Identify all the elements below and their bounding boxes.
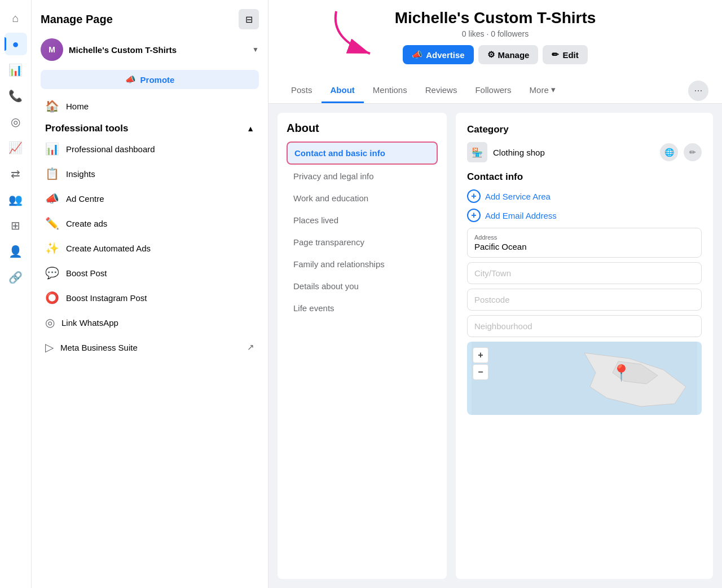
about-nav-family[interactable]: Family and relationships (287, 254, 438, 275)
target-icon[interactable]: ◎ (5, 110, 27, 133)
sidebar-item-professional-dashboard[interactable]: 📊 Professional dashboard (41, 136, 259, 161)
add-service-area-icon: + (467, 189, 481, 203)
advertise-button[interactable]: 📣 Advertise (403, 45, 473, 64)
postcode-placeholder: Postcode (474, 295, 694, 304)
link-icon[interactable]: 🔗 (5, 266, 27, 289)
dropdown-arrow-icon: ▼ (252, 46, 259, 54)
tab-posts[interactable]: Posts (282, 78, 322, 103)
about-nav-places[interactable]: Places lived (287, 210, 438, 231)
nav-tabs-wrapper: Posts About Mentions Reviews Followers M… (282, 78, 708, 103)
chart-icon[interactable]: 📊 (5, 59, 27, 81)
tab-more[interactable]: More ▾ (521, 78, 565, 103)
about-nav-details[interactable]: Details about you (287, 276, 438, 297)
boost-post-icon: 💬 (45, 266, 59, 280)
page-selector[interactable]: M Michelle's Custom T-Shirts ▼ (41, 38, 259, 61)
category-globe-button[interactable]: 🌐 (660, 143, 678, 161)
add-email-icon: + (467, 209, 481, 222)
nav-tabs: Posts About Mentions Reviews Followers M… (282, 78, 565, 103)
group-icon[interactable]: 👤 (5, 240, 27, 263)
sidebar-item-create-automated-ads-label: Create Automated Ads (66, 244, 151, 253)
main-content: Michelle's Custom T-Shirts 0 likes · 0 f… (268, 0, 722, 588)
phone-icon[interactable]: 📞 (5, 85, 27, 107)
stats-icon[interactable]: 📈 (5, 136, 27, 159)
add-service-area-label: Add Service Area (485, 192, 551, 201)
automated-ads-icon: ✨ (45, 241, 59, 255)
sidebar-item-insights-label: Insights (66, 169, 95, 179)
right-panel: Category 🏪 Clothing shop 🌐 ✏ Contact inf… (456, 113, 713, 579)
collapse-icon[interactable]: ▲ (246, 124, 254, 133)
postcode-field[interactable]: Postcode (467, 289, 702, 311)
sidebar-item-boost-post-label: Boost Post (66, 268, 107, 278)
more-options-button[interactable]: ··· (688, 81, 708, 101)
sidebar-item-ad-centre[interactable]: 📣 Ad Centre (41, 186, 259, 211)
sidebar-item-home-label: Home (66, 101, 89, 111)
about-nav-transparency[interactable]: Page transparency (287, 232, 438, 253)
tab-mentions[interactable]: Mentions (364, 78, 416, 103)
sidebar-item-insights[interactable]: 📋 Insights (41, 161, 259, 186)
map-zoom-in-button[interactable]: + (473, 347, 488, 363)
promote-icon: 📣 (125, 74, 136, 85)
professional-tools-section: Professional tools ▲ (41, 118, 259, 136)
category-edit-button[interactable]: ✏ (684, 143, 702, 161)
create-ads-icon: ✏️ (45, 216, 59, 230)
tab-reviews[interactable]: Reviews (416, 78, 466, 103)
map-container: + − 📍 (467, 342, 702, 415)
sidebar-item-link-whatsapp-label: Link WhatsApp (61, 318, 118, 328)
neighbourhood-field[interactable]: Neighbourhood (467, 315, 702, 337)
page-header-top: Michelle's Custom T-Shirts 0 likes · 0 f… (282, 9, 708, 71)
address-field[interactable]: Address Pacific Ocean (467, 228, 702, 258)
section-title-label: Professional tools (45, 123, 128, 134)
about-nav-privacy[interactable]: Privacy and legal info (287, 166, 438, 187)
dashboard-icon: 📊 (45, 142, 59, 156)
about-nav-life-events[interactable]: Life events (287, 298, 438, 319)
home-nav-icon: 🏠 (45, 99, 59, 113)
about-nav-work[interactable]: Work and education (287, 188, 438, 209)
map-pin: 📍 (611, 364, 631, 382)
page-title: Michelle's Custom T-Shirts (395, 9, 596, 27)
sidebar-item-boost-instagram[interactable]: ⭕ Boost Instagram Post (41, 285, 259, 310)
grid-icon[interactable]: ⊞ (5, 214, 27, 237)
category-title: Category (467, 124, 702, 135)
external-link-icon: ↗ (247, 342, 254, 352)
map-svg (467, 342, 702, 415)
sidebar-item-link-whatsapp[interactable]: ◎ Link WhatsApp (41, 310, 259, 335)
add-email-label: Add Email Address (485, 211, 557, 220)
insights-icon: 📋 (45, 167, 59, 180)
address-value: Pacific Ocean (474, 242, 694, 251)
page-header: Michelle's Custom T-Shirts 0 likes · 0 f… (268, 0, 722, 104)
profile-icon[interactable]: ● (5, 33, 27, 55)
sidebar-item-dashboard-label: Professional dashboard (66, 144, 155, 154)
city-field[interactable]: City/Town (467, 262, 702, 284)
about-panel-title: About (287, 122, 438, 135)
icon-bar: ⌂ ● 📊 📞 ◎ 📈 ⇄ 👥 ⊞ 👤 🔗 (0, 0, 32, 588)
tab-about[interactable]: About (322, 78, 364, 103)
about-nav-contact[interactable]: Contact and basic info (287, 142, 438, 165)
address-label: Address (474, 234, 694, 241)
people-icon[interactable]: 👥 (5, 188, 27, 211)
menu-icon[interactable]: ⊟ (239, 9, 259, 29)
sidebar-title: Manage Page (41, 13, 113, 26)
edit-button[interactable]: ✏ Edit (543, 45, 587, 64)
edit-label: Edit (562, 50, 578, 60)
advertise-icon: 📣 (412, 50, 422, 60)
page-avatar: M (41, 38, 63, 61)
city-placeholder: City/Town (474, 268, 694, 278)
tab-followers[interactable]: Followers (466, 78, 520, 103)
contact-info-title: Contact info (467, 171, 702, 183)
sidebar-item-create-ads[interactable]: ✏️ Create ads (41, 211, 259, 236)
more-dropdown-icon: ▾ (551, 85, 556, 95)
sidebar-item-meta-business-suite[interactable]: ▷ Meta Business Suite ↗ (41, 335, 259, 360)
add-email-address-button[interactable]: + Add Email Address (467, 209, 702, 222)
promote-button[interactable]: 📣 Promote (41, 70, 259, 89)
sync-icon[interactable]: ⇄ (5, 162, 27, 185)
sidebar-item-create-automated-ads[interactable]: ✨ Create Automated Ads (41, 236, 259, 260)
home-icon[interactable]: ⌂ (5, 7, 27, 29)
whatsapp-icon: ◎ (45, 316, 55, 329)
sidebar-item-boost-post[interactable]: 💬 Boost Post (41, 260, 259, 285)
add-service-area-button[interactable]: + Add Service Area (467, 189, 702, 203)
sidebar-item-home[interactable]: 🏠 Home (41, 94, 259, 118)
edit-icon: ✏ (552, 50, 559, 60)
manage-button[interactable]: ⚙ Manage (478, 45, 539, 64)
neighbourhood-placeholder: Neighbourhood (474, 321, 694, 331)
map-zoom-out-button[interactable]: − (473, 364, 488, 380)
